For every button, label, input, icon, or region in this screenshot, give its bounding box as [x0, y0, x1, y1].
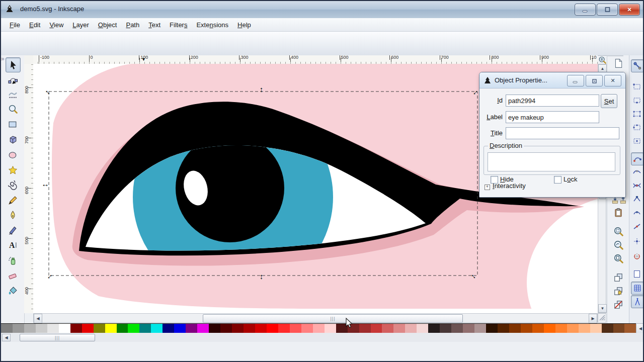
scroll-left-button[interactable]: ◀ [34, 314, 42, 323]
palette-swatch[interactable] [544, 324, 555, 333]
duplicate-icon[interactable] [613, 273, 623, 283]
palette-swatch[interactable] [555, 324, 567, 333]
palette-scroll-right-button[interactable]: ◀ [636, 323, 644, 334]
palette-scrollbar[interactable]: ◀ ||| [1, 333, 644, 342]
palette-swatch[interactable] [428, 324, 440, 333]
menu-path[interactable]: Path [121, 19, 144, 31]
menu-edit[interactable]: Edit [25, 19, 45, 31]
resize-grip[interactable] [598, 313, 606, 323]
palette-swatch[interactable] [70, 324, 82, 333]
dialog-restore-button[interactable] [586, 75, 603, 86]
palette-swatch[interactable] [232, 324, 244, 333]
paste-icon[interactable] [613, 208, 623, 218]
dialog-title-bar[interactable]: Object Propertie... ✕ [479, 72, 625, 88]
palette-swatch[interactable] [128, 324, 139, 333]
selector-tool[interactable] [6, 57, 21, 72]
zoom-drawing-icon[interactable] [613, 240, 623, 250]
calligraphy-tool[interactable] [6, 223, 20, 237]
palette-swatch[interactable] [417, 324, 428, 333]
tweak-tool[interactable] [6, 87, 20, 101]
text-tool[interactable]: A [6, 238, 20, 252]
maximize-button[interactable] [597, 4, 618, 16]
snap-rotation-centers-button[interactable] [631, 250, 643, 262]
snap-bbox-edges-button[interactable] [631, 94, 643, 106]
palette-swatch[interactable] [163, 324, 174, 333]
palette-swatch[interactable] [174, 324, 186, 333]
palette-swatch[interactable] [255, 324, 267, 333]
palette-swatch[interactable] [36, 324, 47, 333]
snap-enabled-button[interactable] [631, 59, 644, 72]
scale-handle-top[interactable]: ↔ [259, 86, 267, 94]
star-tool[interactable] [6, 163, 20, 177]
pencil-tool[interactable] [6, 193, 20, 207]
menu-view[interactable]: View [45, 19, 68, 31]
zoom-page-icon[interactable] [613, 253, 623, 263]
palette-swatch[interactable] [94, 324, 105, 333]
palette-swatch[interactable] [24, 324, 36, 333]
palette-swatch[interactable] [117, 324, 128, 333]
palette-swatch[interactable] [139, 324, 151, 333]
snap-cusp-nodes-button[interactable] [631, 193, 643, 205]
palette-swatch[interactable] [278, 324, 290, 333]
palette-swatch[interactable] [393, 324, 405, 333]
scale-handle-bottom[interactable]: ↔ [259, 274, 267, 281]
palette-swatch[interactable] [290, 324, 301, 333]
palette-swatch[interactable] [209, 324, 220, 333]
new-document-icon[interactable] [613, 58, 623, 68]
palette-swatch[interactable] [498, 324, 509, 333]
menu-layer[interactable]: Layer [68, 19, 94, 31]
ellipse-tool[interactable] [6, 148, 20, 162]
vertical-ruler[interactable]: 800700600500400 [24, 64, 34, 313]
snap-paths-button[interactable] [631, 166, 643, 178]
title-field[interactable] [506, 127, 619, 139]
palette-swatch[interactable] [47, 324, 59, 333]
palette-swatch[interactable] [613, 324, 625, 333]
palette-swatch[interactable] [151, 324, 163, 333]
minimize-button[interactable] [575, 4, 596, 16]
snap-object-centers-button[interactable] [631, 235, 643, 247]
palette-swatch[interactable] [267, 324, 278, 333]
palette-scroll-thumb[interactable]: ||| [20, 334, 95, 341]
snap-line-midpoints-button[interactable] [631, 220, 643, 232]
close-button[interactable]: ✕ [619, 4, 640, 16]
paint-bucket-tool[interactable] [6, 284, 20, 298]
eraser-tool[interactable] [6, 268, 20, 283]
description-field[interactable] [488, 152, 615, 171]
snap-bbox-centers-button[interactable] [631, 135, 643, 147]
snap-nodes-button[interactable] [631, 152, 644, 165]
horizontal-scrollbar[interactable]: ◀ ||| ▶ [33, 313, 598, 323]
box-3d-tool[interactable] [6, 132, 20, 146]
palette-swatch[interactable] [301, 324, 313, 333]
palette-swatch[interactable] [451, 324, 463, 333]
spiral-tool[interactable] [6, 178, 20, 192]
set-button[interactable]: Set [601, 94, 617, 108]
scroll-down-button[interactable]: ▼ [598, 304, 607, 313]
palette-swatch[interactable] [82, 324, 94, 333]
palette-swatch[interactable] [59, 324, 70, 333]
palette-swatch[interactable] [509, 324, 521, 333]
dialog-close-button[interactable]: ✕ [604, 75, 621, 86]
unlink-clone-icon[interactable] [613, 300, 623, 310]
scroll-right-button[interactable]: ▶ [589, 314, 597, 323]
palette-swatch[interactable] [359, 324, 371, 333]
palette-swatch[interactable] [405, 324, 417, 333]
palette-swatch[interactable] [474, 324, 486, 333]
palette-swatch[interactable] [371, 324, 382, 333]
palette-swatch[interactable] [186, 324, 197, 333]
menu-file[interactable]: File [5, 19, 25, 31]
lens-icon[interactable] [598, 56, 606, 64]
snap-bbox-edge-midpoints-button[interactable] [631, 121, 643, 133]
label-field[interactable]: eye makeup [506, 111, 599, 123]
snap-bounding-box-button[interactable] [631, 80, 643, 93]
palette-swatch[interactable] [313, 324, 325, 333]
palette-swatch[interactable] [567, 324, 579, 333]
snap-grids-button[interactable] [631, 282, 644, 295]
palette-swatch[interactable] [440, 324, 451, 333]
palette-swatch[interactable] [521, 324, 532, 333]
palette-swatch[interactable] [220, 324, 232, 333]
palette-scroll-left-button[interactable]: ◀ [2, 334, 11, 341]
palette-swatch[interactable] [624, 324, 636, 333]
palette-swatch[interactable] [590, 324, 602, 333]
palette-swatch[interactable] [486, 324, 498, 333]
menu-extensions[interactable]: Extensions [192, 19, 233, 31]
